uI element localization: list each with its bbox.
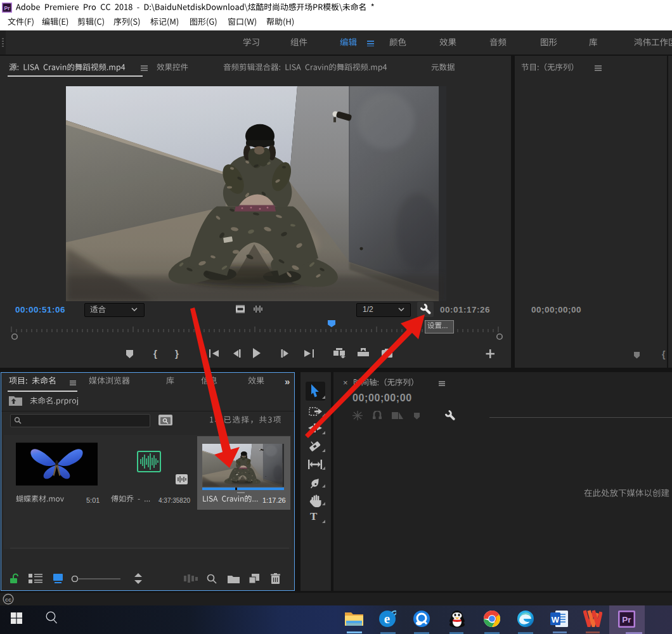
svg-text:Pr: Pr: [4, 5, 11, 11]
svg-text:cc: cc: [5, 597, 11, 603]
svg-text:W: W: [552, 615, 560, 624]
svg-text:e: e: [384, 611, 390, 626]
svg-text:Pr: Pr: [622, 615, 631, 624]
